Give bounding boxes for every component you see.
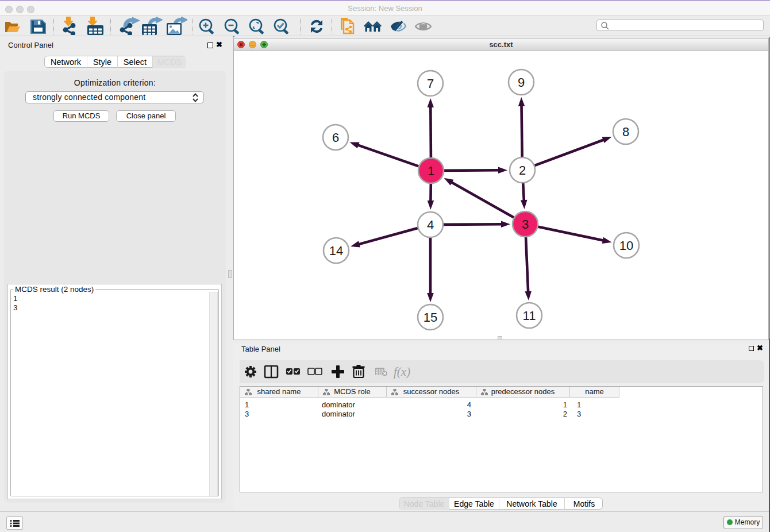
svg-text:4: 4 <box>427 218 434 232</box>
svg-text:15: 15 <box>424 310 437 325</box>
svg-text:f(x): f(x) <box>394 365 410 379</box>
svg-text:3: 3 <box>522 217 529 232</box>
svg-text:10: 10 <box>619 238 633 253</box>
svg-text:6: 6 <box>332 130 339 145</box>
svg-text:14: 14 <box>329 244 343 258</box>
svg-text:2: 2 <box>519 163 526 178</box>
svg-text:9: 9 <box>518 75 525 90</box>
svg-text:7: 7 <box>427 76 434 91</box>
svg-text:11: 11 <box>523 309 536 323</box>
svg-text:1: 1 <box>428 164 434 178</box>
svg-text:8: 8 <box>622 125 629 139</box>
